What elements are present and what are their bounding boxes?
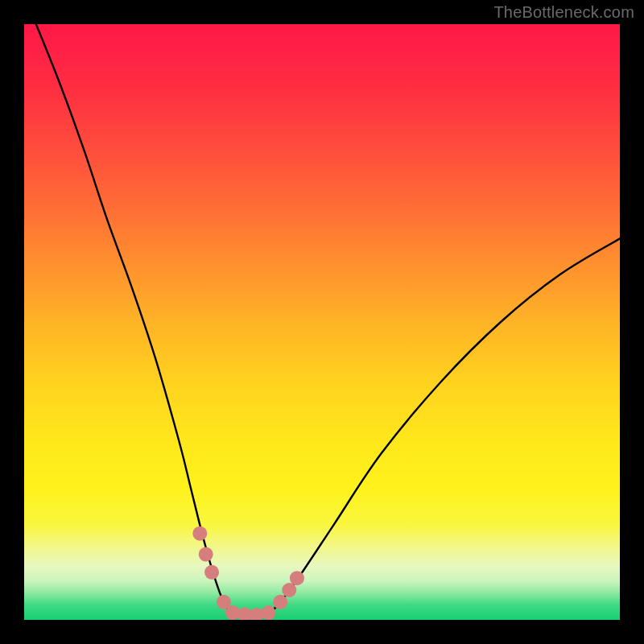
plot-area bbox=[24, 24, 620, 620]
marker-dot bbox=[204, 565, 219, 580]
curve-layer bbox=[24, 24, 620, 620]
marker-dot bbox=[192, 526, 207, 541]
bottleneck-curve bbox=[36, 24, 620, 615]
chart-frame: TheBottleneck.com bbox=[0, 0, 644, 644]
marker-dot bbox=[199, 547, 213, 562]
marker-dot bbox=[261, 605, 275, 620]
marker-group bbox=[192, 526, 304, 620]
watermark-text: TheBottleneck.com bbox=[493, 3, 634, 22]
marker-dot bbox=[282, 583, 296, 597]
marker-dot bbox=[273, 595, 287, 609]
marker-dot bbox=[290, 571, 304, 585]
